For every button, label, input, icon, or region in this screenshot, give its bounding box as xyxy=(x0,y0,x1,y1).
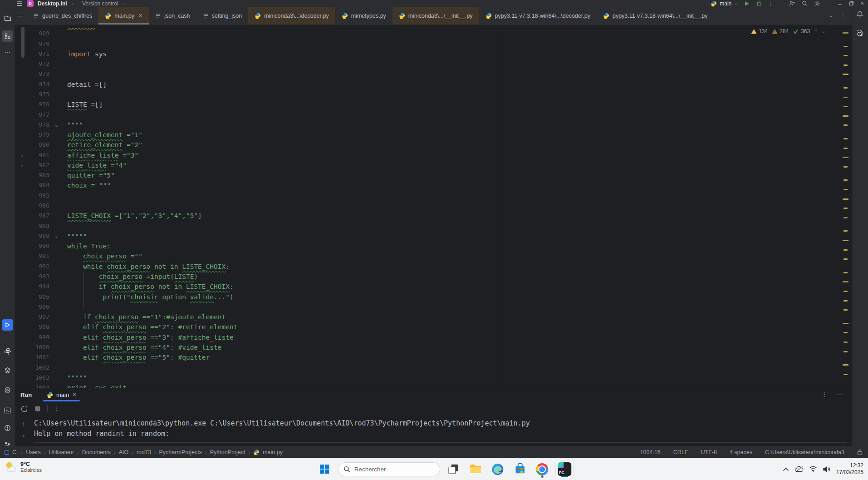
tab-json_cash[interactable]: json_cash xyxy=(149,7,196,25)
run-tab-close-icon[interactable]: ✕ xyxy=(72,392,76,398)
project-chevron-icon[interactable]: ⌄ xyxy=(71,1,75,5)
hidden-tabs-chevron-icon[interactable]: ⌄ xyxy=(829,14,833,18)
stripe-warning-mark[interactable] xyxy=(843,124,848,126)
window-close-icon[interactable]: ✕ xyxy=(860,1,864,6)
run-panel-title[interactable]: Run xyxy=(20,391,32,398)
hamburger-menu-icon[interactable] xyxy=(16,1,23,6)
fold-chevron-icon[interactable]: ⌄ xyxy=(55,231,58,241)
services-button[interactable] xyxy=(2,365,13,376)
stripe-warning-mark[interactable] xyxy=(843,46,848,47)
stripe-warning-mark[interactable] xyxy=(843,138,848,139)
weather-widget[interactable]: 9°C Eclaircies xyxy=(4,460,42,474)
structure-tool-button[interactable] xyxy=(2,30,13,42)
terminal-button[interactable] xyxy=(2,405,13,416)
weak-warnings-group[interactable]: 284 xyxy=(772,28,789,35)
stripe-warning-mark[interactable] xyxy=(843,148,848,149)
gutter-fold-arrow-icon[interactable]: › xyxy=(21,153,23,158)
stripe-warning-mark[interactable] xyxy=(843,106,848,107)
next-problem-chevron-icon[interactable]: ⌄ xyxy=(822,29,826,34)
project-tool-button[interactable] xyxy=(2,12,13,24)
vcs-chevron-icon[interactable]: ⌄ xyxy=(123,1,126,5)
error-stripe[interactable] xyxy=(843,25,849,388)
stripe-warning-mark[interactable] xyxy=(843,374,848,375)
gutter-fold-arrow-icon[interactable]: › xyxy=(21,163,23,168)
tab-pypy3.11-v7.3.18-win64-...-__init__.py[interactable]: pypy3.11-v7.3.18-win64\...\__init__.py xyxy=(597,7,714,25)
tray-chevron-up-icon[interactable] xyxy=(783,467,789,471)
more-tool-windows-button[interactable]: ⋯ xyxy=(2,47,13,58)
stripe-warning-mark[interactable] xyxy=(843,332,848,333)
stripe-warning-mark[interactable] xyxy=(843,74,848,75)
edge-button[interactable] xyxy=(489,460,507,478)
code-with-me-icon[interactable] xyxy=(789,0,795,6)
stripe-warning-mark[interactable] xyxy=(843,281,848,282)
project-name[interactable]: Desktop.ini xyxy=(38,0,67,7)
taskbar-clock[interactable]: 12:32 17/03/2025 xyxy=(836,462,863,476)
stripe-warning-mark[interactable] xyxy=(843,208,848,209)
stripe-warning-mark[interactable] xyxy=(843,249,848,251)
prev-problem-chevron-icon[interactable]: ⌃ xyxy=(814,29,818,34)
microsoft-store-button[interactable] xyxy=(511,460,529,478)
breadcrumb-item[interactable]: Users xyxy=(26,449,41,455)
stripe-warning-mark[interactable] xyxy=(843,272,848,273)
stripe-warning-mark[interactable] xyxy=(843,217,848,218)
run-more-icon[interactable]: ⋮ xyxy=(768,1,774,6)
stripe-warning-mark[interactable] xyxy=(843,55,848,56)
stripe-warning-mark[interactable] xyxy=(843,157,848,158)
stop-button[interactable] xyxy=(34,406,41,412)
volume-icon[interactable] xyxy=(823,466,831,473)
readonly-lock-icon[interactable] xyxy=(857,449,863,455)
run-config-name[interactable]: main xyxy=(720,0,731,7)
indent-setting[interactable]: 4 spaces xyxy=(730,449,752,455)
fold-chevron-icon[interactable]: ⌄ xyxy=(55,120,58,130)
task-view-button[interactable] xyxy=(444,460,462,478)
run-panel-hide-icon[interactable]: — xyxy=(836,391,842,398)
typos-group[interactable]: 363 xyxy=(793,28,810,35)
debug-button[interactable] xyxy=(756,0,762,6)
vcs-widget[interactable]: Version control xyxy=(82,0,118,7)
breadcrumb-item[interactable]: rod73 xyxy=(137,449,151,455)
code-editor[interactable]: """""""969970971import sys972973974detai… xyxy=(15,25,852,388)
project-badge-icon[interactable]: D xyxy=(27,0,34,7)
tab-main.py[interactable]: main.py✕ xyxy=(98,7,149,25)
inspections-widget[interactable]: 134 284 363 ⌃ ⌄ xyxy=(751,28,826,35)
breadcrumb-item[interactable]: PycharmProjects xyxy=(159,449,202,455)
search-everywhere-icon[interactable] xyxy=(802,0,808,6)
console-up-arrow-icon[interactable]: ↑ xyxy=(22,420,25,427)
run-tab-main[interactable]: main ✕ xyxy=(41,388,82,401)
breadcrumb-item[interactable]: main.py xyxy=(263,449,283,455)
stripe-warning-mark[interactable] xyxy=(843,64,848,66)
breadcrumb-item[interactable]: C: xyxy=(12,449,18,455)
taskbar-search-input[interactable]: Rechercher xyxy=(338,462,440,476)
tab-pypy3.11-v7.3.18-win64-...-decoder.py[interactable]: pypy3.11-v7.3.18-win64\...\decoder.py xyxy=(479,7,597,25)
problems-button[interactable] xyxy=(2,422,13,434)
window-restore-icon[interactable] xyxy=(849,1,854,6)
run-panel-kebab-icon[interactable]: ⋮ xyxy=(821,391,827,398)
start-button[interactable] xyxy=(315,460,333,478)
warnings-group[interactable]: 134 xyxy=(751,28,768,35)
tab-options-kebab-icon[interactable]: ⋮ xyxy=(840,13,846,19)
stripe-warning-mark[interactable] xyxy=(843,198,848,200)
stripe-warning-mark[interactable] xyxy=(843,300,848,302)
stripe-warning-mark[interactable] xyxy=(843,87,848,89)
stripe-warning-mark[interactable] xyxy=(843,351,848,352)
stripe-warning-mark[interactable] xyxy=(843,323,848,324)
tab-guerre_des_chiffres[interactable]: guerre_des_chiffres xyxy=(27,7,98,25)
wifi-icon[interactable] xyxy=(809,466,817,472)
file-encoding[interactable]: UTF-8 xyxy=(701,449,716,455)
line-separator[interactable]: CRLF xyxy=(673,449,688,455)
console-options-kebab-icon[interactable]: ⋮ xyxy=(54,406,59,411)
stripe-warning-mark[interactable] xyxy=(843,166,848,168)
stripe-warning-mark[interactable] xyxy=(843,240,848,241)
ai-assistant-icon[interactable] xyxy=(856,30,865,40)
run-tool-window-button[interactable] xyxy=(2,319,13,331)
stripe-warning-mark[interactable] xyxy=(843,291,848,292)
stripe-warning-mark[interactable] xyxy=(843,179,848,181)
stripe-warning-mark[interactable] xyxy=(843,32,848,34)
stripe-warning-mark[interactable] xyxy=(843,341,848,343)
stripe-warning-mark[interactable] xyxy=(843,115,848,117)
tab-close-icon[interactable]: ✕ xyxy=(138,13,142,19)
run-config-chevron-icon[interactable]: ⌄ xyxy=(734,1,738,5)
window-minimize-icon[interactable] xyxy=(838,1,843,6)
stripe-warning-mark[interactable] xyxy=(843,258,848,260)
console-hscrollbar[interactable] xyxy=(34,442,847,443)
